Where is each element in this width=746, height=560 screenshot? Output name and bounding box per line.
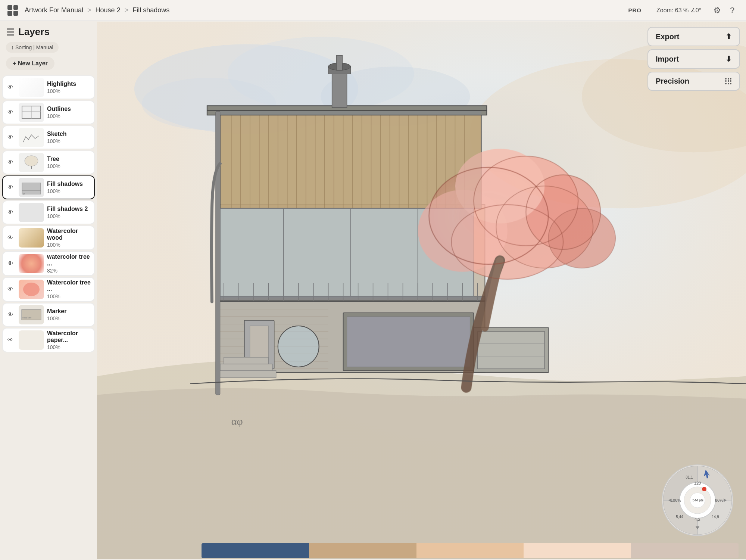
layer-info-watercolor-tree-2: Watercolor tree ...100% <box>47 279 92 299</box>
layer-thumb-tree <box>19 153 44 172</box>
breadcrumb: Artwork For Manual > House 2 > Fill shad… <box>25 6 628 14</box>
export-label: Export <box>656 32 679 41</box>
layer-visibility-watercolor-tree[interactable]: 👁 <box>5 260 16 267</box>
layer-opacity-watercolor-tree: 82% <box>47 268 92 274</box>
layer-item-watercolor-paper[interactable]: 👁Watercolor paper...100% <box>2 328 95 352</box>
layer-name-watercolor-wood: Watercolor wood <box>47 228 92 241</box>
canvas-area[interactable]: αφ 120 86% <box>97 21 746 560</box>
layer-name-tree: Tree <box>47 156 92 162</box>
precision-button[interactable]: Precision <box>647 72 740 91</box>
svg-rect-98 <box>224 357 269 364</box>
layer-opacity-fill-shadows: 100% <box>47 188 92 194</box>
import-button[interactable]: Import ⬇ <box>647 49 740 69</box>
right-panel: Export ⬆ Import ⬇ Precision <box>642 21 746 97</box>
layer-opacity-highlights: 100% <box>47 88 92 94</box>
layer-item-watercolor-tree[interactable]: 👁watercolor tree ...82% <box>2 251 95 276</box>
svg-rect-97 <box>220 364 272 371</box>
layer-visibility-watercolor-wood[interactable]: 👁 <box>5 234 16 241</box>
color-swatch-2[interactable] <box>309 543 416 558</box>
svg-point-3 <box>25 156 38 166</box>
layer-info-highlights: Highlights100% <box>47 81 92 94</box>
layer-item-highlights[interactable]: 👁Highlights100% <box>2 75 95 99</box>
layer-visibility-marker[interactable]: 👁 <box>5 311 16 318</box>
color-swatch-4[interactable] <box>524 543 631 558</box>
layer-visibility-watercolor-paper[interactable]: 👁 <box>5 337 16 343</box>
artwork-canvas[interactable]: αφ <box>97 21 746 560</box>
layer-thumb-fill-shadows: # <box>19 178 44 197</box>
layer-thumb-fill-shadows-2 <box>19 203 44 222</box>
breadcrumb-part3: Fill shadows <box>132 6 169 14</box>
layer-item-tree[interactable]: 👁Tree100% <box>2 150 95 174</box>
color-strip <box>194 541 746 560</box>
svg-text:marker: marker <box>22 316 32 319</box>
svg-text:100%: 100% <box>671 498 681 503</box>
color-swatch-1[interactable] <box>202 543 309 558</box>
layer-visibility-sketch[interactable]: 👁 <box>5 134 16 141</box>
layer-visibility-highlights[interactable]: 👁 <box>5 84 16 91</box>
export-button[interactable]: Export ⬆ <box>647 27 740 46</box>
help-button[interactable]: ? <box>726 4 739 17</box>
layer-item-fill-shadows-2[interactable]: 👁Fill shadows 2100% <box>2 200 95 224</box>
svg-rect-61 <box>337 55 343 70</box>
svg-text:#: # <box>23 192 25 196</box>
layers-title: Layers <box>18 26 50 38</box>
layer-item-watercolor-wood[interactable]: 👁Watercolor wood100% <box>2 225 95 250</box>
layer-thumb-marker: marker <box>19 305 44 324</box>
zoom-value: 63 % <box>675 7 689 13</box>
layer-thumb-watercolor-tree-2 <box>19 280 44 299</box>
export-icon: ⬆ <box>725 32 732 41</box>
svg-rect-93 <box>477 332 544 369</box>
breadcrumb-part2[interactable]: House 2 <box>96 6 121 14</box>
new-layer-button[interactable]: + New Layer <box>6 57 54 70</box>
layer-name-outlines: Outlines <box>47 106 92 112</box>
grid-icon[interactable] <box>7 5 18 16</box>
layer-visibility-fill-shadows-2[interactable]: 👁 <box>5 209 16 216</box>
svg-point-8 <box>23 283 40 296</box>
layer-info-fill-shadows-2: Fill shadows 2100% <box>47 206 92 219</box>
layer-item-marker[interactable]: 👁markerMarker100% <box>2 303 95 327</box>
layer-info-sketch: Sketch100% <box>47 131 92 144</box>
svg-point-120 <box>702 487 706 491</box>
precision-dial[interactable]: 120 86% 4,2 100% 81,1 14,9 5,44 .544 pts <box>660 463 735 538</box>
import-icon: ⬇ <box>725 55 732 63</box>
layer-item-fill-shadows[interactable]: 👁#Fill shadows100% <box>2 175 95 199</box>
breadcrumb-part1[interactable]: Artwork For Manual <box>25 6 83 14</box>
color-swatch-5[interactable] <box>631 543 739 558</box>
layer-visibility-watercolor-tree-2[interactable]: 👁 <box>5 286 16 293</box>
zoom-angle: ∠0° <box>690 7 701 13</box>
gear-button[interactable]: ⚙ <box>711 4 724 17</box>
layer-info-fill-shadows: Fill shadows100% <box>47 181 92 194</box>
layer-item-outlines[interactable]: 👁Outlines100% <box>2 100 95 124</box>
hamburger-icon[interactable]: ☰ <box>6 27 15 37</box>
layer-thumb-watercolor-wood <box>19 228 44 248</box>
layers-list: 👁Highlights100%👁Outlines100%👁Sketch100%👁… <box>0 74 97 560</box>
svg-rect-91 <box>347 317 470 367</box>
layer-opacity-watercolor-wood: 100% <box>47 242 92 248</box>
layer-name-watercolor-paper: Watercolor paper... <box>47 330 92 343</box>
canvas-background: αφ 120 86% <box>97 21 746 560</box>
layer-info-outlines: Outlines100% <box>47 106 92 119</box>
svg-text:αφ: αφ <box>231 416 243 427</box>
layer-item-sketch[interactable]: 👁Sketch100% <box>2 125 95 149</box>
layer-opacity-tree: 100% <box>47 163 92 169</box>
layer-opacity-marker: 100% <box>47 315 92 321</box>
layer-info-tree: Tree100% <box>47 156 92 169</box>
layer-visibility-tree[interactable]: 👁 <box>5 159 16 166</box>
sorting-button[interactable]: ↕ Sorting | Manual <box>6 42 59 53</box>
svg-rect-5 <box>22 183 41 194</box>
sidebar: ☰ Layers ↕ Sorting | Manual + New Layer … <box>0 21 97 560</box>
layer-visibility-outlines[interactable]: 👁 <box>5 109 16 116</box>
layer-visibility-fill-shadows[interactable]: 👁 <box>5 184 16 191</box>
svg-text:.544 pts: .544 pts <box>692 498 704 502</box>
layer-thumb-watercolor-tree <box>19 254 44 273</box>
breadcrumb-sep1: > <box>87 6 91 14</box>
svg-rect-58 <box>332 70 347 108</box>
layer-name-marker: Marker <box>47 308 92 315</box>
svg-rect-96 <box>216 371 276 377</box>
svg-rect-99 <box>216 111 220 395</box>
sorting-row: ↕ Sorting | Manual <box>0 41 97 56</box>
breadcrumb-sep2: > <box>125 6 129 14</box>
layer-item-watercolor-tree-2[interactable]: 👁Watercolor tree ...100% <box>2 277 95 302</box>
color-swatch-3[interactable] <box>416 543 524 558</box>
layer-name-watercolor-tree-2: Watercolor tree ... <box>47 279 92 293</box>
